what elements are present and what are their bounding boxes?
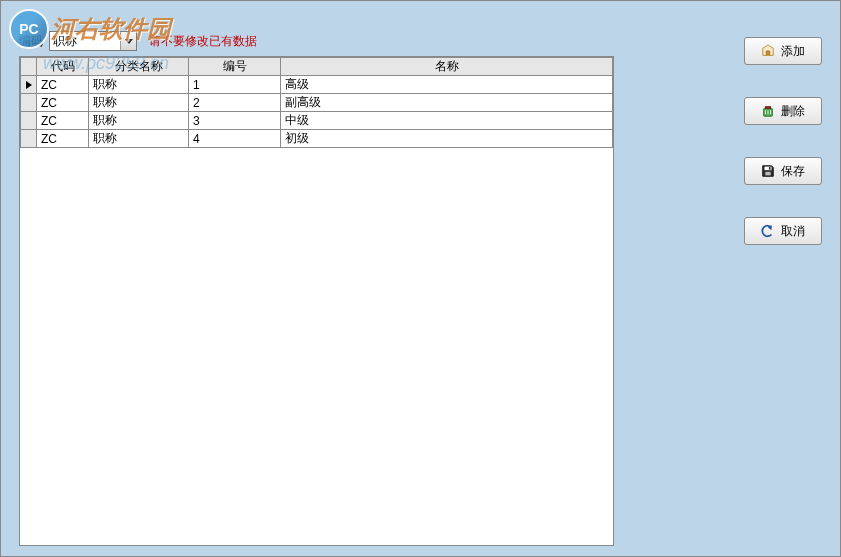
- col-header-category[interactable]: 分类名称: [89, 58, 189, 76]
- cell-number[interactable]: 1: [189, 76, 281, 94]
- svg-rect-1: [765, 107, 770, 109]
- table-row[interactable]: ZC职称4初级: [21, 130, 613, 148]
- add-button-label: 添加: [781, 43, 805, 60]
- save-button-label: 保存: [781, 163, 805, 180]
- row-indicator: [21, 112, 37, 130]
- save-button[interactable]: 保存: [744, 157, 822, 185]
- row-indicator: [21, 76, 37, 94]
- category-combo[interactable]: [49, 31, 137, 51]
- cell-name[interactable]: 初级: [281, 130, 613, 148]
- cancel-icon: [761, 224, 775, 238]
- add-icon: [761, 44, 775, 58]
- col-header-code[interactable]: 代码: [37, 58, 89, 76]
- warning-text: 请不要修改已有数据: [149, 33, 257, 50]
- add-button[interactable]: 添加: [744, 37, 822, 65]
- chevron-down-icon[interactable]: [120, 32, 136, 50]
- cell-category[interactable]: 职称: [89, 130, 189, 148]
- col-header-name[interactable]: 名称: [281, 58, 613, 76]
- delete-button[interactable]: 删除: [744, 97, 822, 125]
- svg-rect-7: [769, 167, 771, 170]
- data-grid[interactable]: 代码 分类名称 编号 名称 ZC职称1高级ZC职称2副高级ZC职称3中级ZC职称…: [19, 56, 614, 546]
- action-button-column: 添加 删除 保存 取消: [744, 37, 822, 245]
- cell-name[interactable]: 中级: [281, 112, 613, 130]
- combo-label: 编码: [19, 33, 43, 50]
- grid-corner: [21, 58, 37, 76]
- cell-number[interactable]: 2: [189, 94, 281, 112]
- table-row[interactable]: ZC职称1高级: [21, 76, 613, 94]
- cell-number[interactable]: 3: [189, 112, 281, 130]
- row-indicator: [21, 94, 37, 112]
- cell-category[interactable]: 职称: [89, 94, 189, 112]
- delete-icon: [761, 104, 775, 118]
- grid-header-row: 代码 分类名称 编号 名称: [21, 58, 613, 76]
- cell-category[interactable]: 职称: [89, 76, 189, 94]
- cancel-button-label: 取消: [781, 223, 805, 240]
- cell-category[interactable]: 职称: [89, 112, 189, 130]
- cell-code[interactable]: ZC: [37, 94, 89, 112]
- category-combo-input[interactable]: [50, 32, 120, 50]
- cell-name[interactable]: 副高级: [281, 94, 613, 112]
- col-header-number[interactable]: 编号: [189, 58, 281, 76]
- current-row-pointer-icon: [26, 81, 32, 89]
- cell-code[interactable]: ZC: [37, 112, 89, 130]
- row-indicator: [21, 130, 37, 148]
- cell-name[interactable]: 高级: [281, 76, 613, 94]
- cell-code[interactable]: ZC: [37, 76, 89, 94]
- filter-bar: 编码 请不要修改已有数据: [19, 31, 257, 51]
- table-row[interactable]: ZC职称2副高级: [21, 94, 613, 112]
- cell-number[interactable]: 4: [189, 130, 281, 148]
- cell-code[interactable]: ZC: [37, 130, 89, 148]
- svg-rect-6: [765, 172, 770, 176]
- cancel-button[interactable]: 取消: [744, 217, 822, 245]
- table-row[interactable]: ZC职称3中级: [21, 112, 613, 130]
- delete-button-label: 删除: [781, 103, 805, 120]
- save-icon: [761, 164, 775, 178]
